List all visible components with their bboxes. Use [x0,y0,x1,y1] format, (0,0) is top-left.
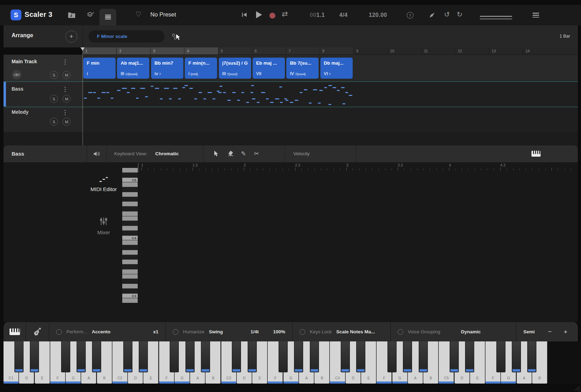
mute-button[interactable]: M [63,71,71,79]
black-key-D#[interactable] [356,341,365,372]
ruler-bar-2[interactable]: 2 [116,47,150,54]
solo-button[interactable]: S [50,118,58,126]
track-header-melody[interactable]: Melody S M [4,107,83,132]
piano-roll-keys[interactable]: C5C4C3 [122,168,138,303]
perform-radio[interactable] [56,329,62,335]
midi-note[interactable] [84,98,87,99]
arrange-ruler[interactable]: 1234567891011121314 [83,47,578,54]
chord-block[interactable]: j7(sus2) / GIII7(sus2) [219,58,251,79]
midi-note[interactable] [208,92,212,93]
black-key-C#[interactable] [123,341,132,372]
midi-note[interactable] [324,87,327,88]
black-key-D#[interactable] [139,341,148,372]
humanize-section[interactable]: Humanize Swing 1/4t 100% [165,322,292,341]
piano-keyboard[interactable]: C1DEFGABC2DEFGABC3DEFGABC4DEFGABC5DEFGAB [4,341,581,384]
roll-key-B2[interactable] [122,298,138,303]
ruler-bar-4[interactable]: 4 [184,47,218,54]
midi-note[interactable] [88,92,92,93]
midi-note[interactable] [266,98,269,99]
midi-note[interactable] [220,86,222,87]
black-key-F#[interactable] [496,341,505,372]
midi-note[interactable] [304,89,307,90]
midi-note[interactable] [237,100,240,101]
solo-button[interactable]: S [50,95,58,103]
black-key-F#[interactable] [170,341,179,372]
voice-grouping-value[interactable]: Dynamic [461,329,481,334]
midi-note[interactable] [178,98,181,99]
midi-note[interactable] [198,92,202,93]
chord-block[interactable]: Bb min7iv7 [151,58,183,79]
redo-icon[interactable]: ↻ [457,10,463,19]
roll-key-A4[interactable] [122,192,138,197]
main-menu-tab[interactable] [99,9,116,25]
bar-length-label[interactable]: 1 Bar [560,34,570,39]
humanize-radio[interactable] [173,329,178,335]
midi-note[interactable] [217,91,220,92]
roll-key-F#4[interactable] [122,207,138,211]
resize-grip[interactable] [574,385,580,391]
pencil-tool-icon[interactable]: ✎ [241,150,246,157]
ruler-bar-10[interactable]: 10 [387,47,421,54]
midi-note[interactable] [160,98,163,99]
humanize-amount[interactable]: 100% [273,329,285,334]
midi-note[interactable] [328,85,332,86]
midi-note[interactable] [145,96,148,97]
time-signature[interactable]: 4/4 [339,12,348,18]
midi-note[interactable] [313,89,317,90]
nav-midi-editor[interactable]: MIDI Editor [83,176,125,192]
eraser-tool-icon[interactable] [228,150,234,156]
scale-selector[interactable]: F Minor scale [89,30,164,43]
midi-note[interactable] [140,88,145,89]
roll-key-G3[interactable] [122,260,138,264]
ruler-bar-12[interactable]: 12 [455,47,489,54]
link-icon[interactable] [12,70,21,79]
roll-key-F#3[interactable] [122,264,138,269]
ruler-bar-6[interactable]: 6 [252,47,286,54]
black-key-G#[interactable] [403,341,412,372]
voice-grouping-section[interactable]: Voice Grouping Dynamic [390,322,516,341]
roll-key-C#5[interactable] [122,173,138,178]
black-key-A#[interactable] [201,341,210,372]
roll-key-D#4[interactable] [122,221,138,226]
midi-note[interactable] [345,92,348,93]
voice-grouping-radio[interactable] [398,329,403,335]
keys-lock-radio[interactable] [300,329,305,335]
mute-button[interactable]: M [63,118,71,126]
black-key-A#[interactable] [419,341,428,372]
roll-key-E3[interactable] [122,274,138,279]
midi-note[interactable] [246,102,249,103]
black-key-A#[interactable] [310,341,319,372]
midi-note[interactable] [223,92,226,93]
chord-block[interactable]: Bb 7(su...IV7(sus4) [286,58,319,79]
editor-ruler[interactable]: 11.322.333.344.3 [138,163,577,172]
midi-note[interactable] [252,98,255,99]
roll-key-C4[interactable]: C4 [122,236,138,241]
info-icon[interactable]: ! [407,12,413,19]
roll-key-B4[interactable] [122,182,138,187]
midi-note[interactable] [102,92,106,93]
midi-note[interactable] [182,87,185,88]
roll-key-F3[interactable] [122,269,138,274]
black-key-F#[interactable] [387,341,397,372]
black-key-G#[interactable] [77,341,86,372]
mute-button[interactable]: M [63,95,71,103]
velocity-label[interactable]: Velocity [293,151,310,156]
black-key-C#[interactable] [450,341,459,372]
roll-key-B3[interactable] [122,240,138,245]
midi-note[interactable] [251,85,254,86]
ruler-bar-3[interactable]: 3 [150,47,184,54]
layers-icon[interactable] [86,11,94,19]
ruler-bar-7[interactable]: 7 [286,47,319,54]
black-key-F#[interactable] [61,341,70,372]
keys-lock-section[interactable]: Keys Lock Scale Notes Ma... [292,322,390,341]
midi-note[interactable] [232,92,236,93]
midi-note[interactable] [279,86,282,87]
black-key-F#[interactable] [279,341,288,372]
tempo-display[interactable]: 120.00 [369,12,387,18]
black-key-A#[interactable] [527,341,536,372]
black-key-D#[interactable] [30,341,39,372]
keyboard-toggle-button[interactable] [4,322,26,341]
semi-minus-button[interactable]: − [548,328,551,335]
midi-note[interactable] [127,92,130,93]
midi-note[interactable] [349,95,352,96]
